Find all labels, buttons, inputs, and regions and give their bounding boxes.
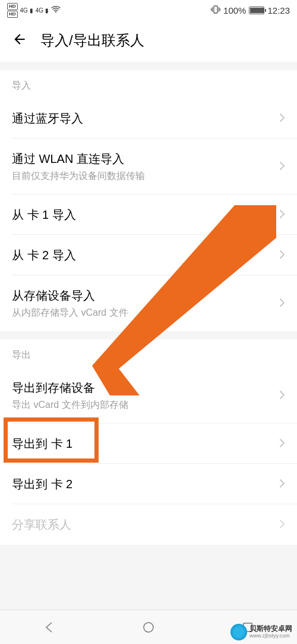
export-sim2[interactable]: 导出到 卡 2 (0, 464, 297, 504)
status-left: HD HD 4G ▮ 4G ▮ (7, 3, 61, 18)
list-item-title: 从 卡 1 导入 (12, 206, 279, 223)
share-contacts: 分享联系人 (0, 504, 297, 545)
hd2-badge: HD (7, 11, 18, 18)
clock: 12:23 (267, 5, 290, 15)
status-right: 100% 12:23 (211, 5, 290, 15)
chevron-right-icon (279, 249, 285, 262)
chevron-right-icon (279, 518, 285, 532)
import-storage[interactable]: 从存储设备导入 从内部存储导入 vCard 文件 (0, 275, 297, 331)
list-item-subtitle: 从内部存储导入 vCard 文件 (12, 307, 279, 319)
list-item-title: 通过 WLAN 直连导入 (12, 150, 279, 167)
battery-percent: 100% (223, 5, 246, 15)
export-sim1[interactable]: 导出到 卡 1 (0, 423, 297, 464)
list-item-title: 导出到存储设备 (12, 379, 279, 396)
import-sim2[interactable]: 从 卡 2 导入 (0, 235, 297, 275)
battery-icon (249, 7, 264, 14)
chevron-right-icon (279, 389, 285, 403)
list-item-title: 通过蓝牙导入 (12, 110, 279, 127)
page-header: 导入/导出联系人 (0, 20, 297, 62)
import-bluetooth[interactable]: 通过蓝牙导入 (0, 98, 297, 139)
wifi-icon (51, 6, 61, 14)
signal-4g-2: 4G ▮ (36, 7, 49, 14)
page-title: 导入/导出联系人 (40, 31, 144, 50)
section-header-export: 导出 (0, 340, 297, 367)
list-item-title: 导出到 卡 2 (12, 476, 279, 492)
chevron-right-icon (279, 208, 285, 222)
chevron-right-icon (279, 437, 285, 451)
chevron-right-icon (279, 160, 285, 174)
svg-point-7 (144, 623, 153, 632)
nav-back[interactable] (42, 620, 57, 635)
watermark: 贝斯特安卓网 www.zjbstyy.com (230, 624, 292, 640)
status-bar: HD HD 4G ▮ 4G ▮ 100% 12:23 (0, 0, 297, 20)
section-header-import: 导入 (0, 70, 297, 98)
import-list: 通过蓝牙导入 通过 WLAN 直连导入 目前仅支持华为设备间数据传输 从 卡 1… (0, 98, 297, 331)
watermark-url: www.zjbstyy.com (249, 633, 292, 639)
back-button[interactable] (12, 32, 27, 49)
list-item-subtitle: 目前仅支持华为设备间数据传输 (12, 170, 279, 183)
nav-home[interactable] (141, 620, 156, 635)
list-item-title: 分享联系人 (12, 516, 279, 533)
chevron-right-icon (279, 297, 285, 310)
hd1-badge: HD (7, 3, 18, 10)
import-wlan[interactable]: 通过 WLAN 直连导入 目前仅支持华为设备间数据传输 (0, 139, 297, 194)
list-item-title: 从存储设备导入 (12, 287, 279, 304)
svg-point-0 (55, 11, 56, 12)
export-storage[interactable]: 导出到存储设备 导出 vCard 文件到内部存储 (0, 367, 297, 423)
export-list: 导出到存储设备 导出 vCard 文件到内部存储 导出到 卡 1 导出到 卡 2… (0, 367, 297, 545)
list-item-subtitle: 导出 vCard 文件到内部存储 (12, 399, 279, 411)
chevron-right-icon (279, 477, 285, 491)
watermark-icon (230, 624, 247, 640)
signal-4g-1: 4G ▮ (20, 7, 33, 14)
svg-rect-1 (214, 6, 217, 13)
chevron-right-icon (279, 112, 285, 125)
import-sim1[interactable]: 从 卡 1 导入 (0, 194, 297, 235)
list-item-title: 导出到 卡 1 (12, 435, 279, 452)
vibrate-icon (211, 5, 220, 15)
watermark-title: 贝斯特安卓网 (249, 625, 292, 633)
list-item-title: 从 卡 2 导入 (12, 247, 279, 263)
